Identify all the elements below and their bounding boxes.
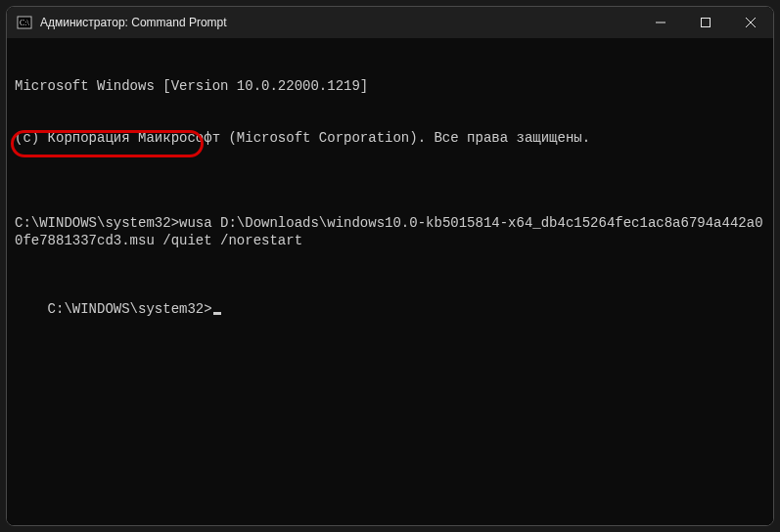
copyright-line: (c) Корпорация Майкрософт (Microsoft Cor… xyxy=(15,130,765,148)
command-line: C:\WINDOWS\system32>wusa D:\Downloads\wi… xyxy=(15,215,765,249)
command-prompt-window: C:\ Администратор: Command Prompt Micros… xyxy=(6,6,774,526)
svg-rect-3 xyxy=(702,19,711,27)
version-line: Microsoft Windows [Version 10.0.22000.12… xyxy=(15,78,765,96)
current-prompt-line: C:\WINDOWS\system32> xyxy=(48,301,221,317)
window-controls xyxy=(638,7,773,38)
titlebar[interactable]: C:\ Администратор: Command Prompt xyxy=(7,7,773,38)
close-button[interactable] xyxy=(728,7,773,38)
terminal-output[interactable]: Microsoft Windows [Version 10.0.22000.12… xyxy=(7,38,773,525)
app-icon: C:\ xyxy=(17,15,32,30)
window-title: Администратор: Command Prompt xyxy=(40,16,638,29)
minimize-button[interactable] xyxy=(638,7,683,38)
svg-text:C:\: C:\ xyxy=(20,19,30,27)
prompt-text: C:\WINDOWS\system32> xyxy=(48,301,212,317)
prompt-text: C:\WINDOWS\system32> xyxy=(15,215,179,231)
maximize-button[interactable] xyxy=(683,7,728,38)
cursor-icon xyxy=(213,312,221,315)
